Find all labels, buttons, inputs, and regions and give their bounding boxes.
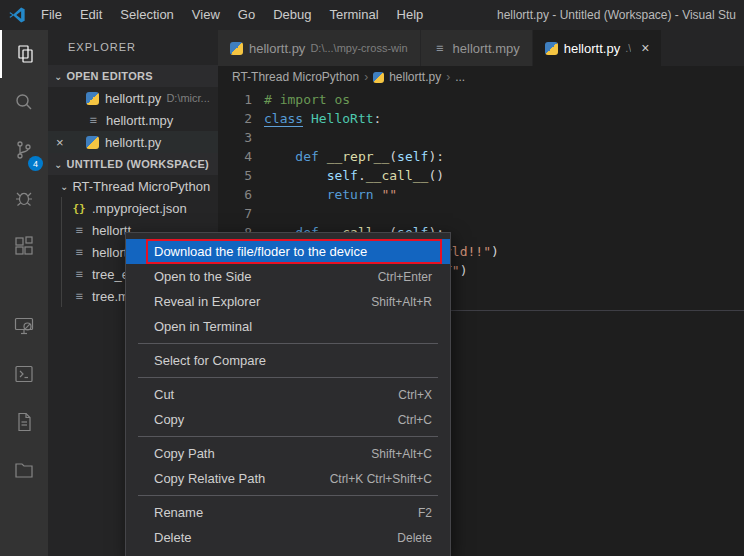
menu-item-label: Download the file/floder to the device: [154, 244, 367, 259]
tab-path: D:\...\mpy-cross-win: [310, 42, 407, 54]
activity-bar-spacer: [0, 270, 48, 302]
menu-file[interactable]: File: [32, 0, 71, 30]
activity-project-folder[interactable]: [0, 446, 48, 494]
line-text: self.__call__(): [264, 166, 444, 185]
activity-explorer[interactable]: [0, 30, 48, 78]
menu-item-open-to-side[interactable]: Open to the Side Ctrl+Enter: [126, 264, 450, 289]
activity-output-file[interactable]: [0, 398, 48, 446]
title-bar: File Edit Selection View Go Debug Termin…: [0, 0, 744, 30]
menu-item-label: Cut: [154, 387, 174, 402]
menu-edit[interactable]: Edit: [71, 0, 111, 30]
open-editor-label: hellortt.py: [105, 135, 161, 150]
menu-item-select-for-compare[interactable]: Select for Compare: [126, 348, 450, 373]
files-icon: [13, 42, 37, 66]
code-line[interactable]: 5 self.__call__(): [218, 166, 744, 185]
tree-item-label: tree_e: [92, 267, 129, 282]
activity-search[interactable]: [0, 78, 48, 126]
menu-selection[interactable]: Selection: [111, 0, 182, 30]
code-line[interactable]: 7: [218, 204, 744, 223]
close-icon[interactable]: ×: [56, 135, 64, 150]
open-editor-hellortt-mpy[interactable]: ≡ hellortt.mpy: [48, 109, 218, 131]
code-line[interactable]: 1# import os: [218, 90, 744, 109]
open-editor-hellortt-py-1[interactable]: hellortt.py D:\micr...: [48, 87, 218, 109]
breadcrumb-symbol[interactable]: ...: [455, 70, 465, 84]
menu-item-delete[interactable]: Delete Delete: [126, 525, 450, 550]
tab-bar: hellortt.py D:\...\mpy-cross-win ≡ hello…: [218, 30, 744, 66]
vscode-logo-icon: [8, 6, 26, 24]
tab-label: hellortt.mpy: [453, 41, 520, 56]
mpy-file-icon: ≡: [86, 113, 100, 127]
python-icon: [86, 92, 99, 105]
open-editor-path: D:\micr...: [166, 92, 209, 104]
tree-item-label: tree.m: [92, 289, 129, 304]
activity-source-control[interactable]: 4: [0, 126, 48, 174]
open-editor-hellortt-py-2[interactable]: × hellortt.py: [48, 131, 218, 153]
activity-serial-terminal[interactable]: [0, 350, 48, 398]
line-number: 6: [218, 185, 252, 204]
terminal-icon: [12, 362, 36, 386]
search-icon: [12, 90, 36, 114]
line-text: def __repr__(self):: [264, 147, 444, 166]
json-icon: {}: [72, 202, 86, 215]
activity-extensions[interactable]: [0, 222, 48, 270]
menu-help[interactable]: Help: [388, 0, 433, 30]
menu-item-label: Copy: [154, 412, 184, 427]
tab-hellortt-py-external[interactable]: hellortt.py D:\...\mpy-cross-win: [218, 30, 421, 66]
menu-item-label: Copy Relative Path: [154, 471, 265, 486]
menu-go[interactable]: Go: [229, 0, 264, 30]
chevron-down-icon: ⌄: [54, 71, 62, 82]
mpy-file-icon: ≡: [72, 267, 86, 281]
menu-item-label: Open to the Side: [154, 269, 252, 284]
tab-label: hellortt.py: [249, 41, 305, 56]
menu-item-shortcut: Ctrl+K Ctrl+Shift+C: [312, 472, 432, 486]
menu-item-label: Delete: [154, 530, 192, 545]
menu-item-copy-path[interactable]: Copy Path Shift+Alt+C: [126, 441, 450, 466]
line-number: 1: [218, 90, 252, 109]
activity-device-monitor[interactable]: [0, 302, 48, 350]
code-line[interactable]: 6 return "": [218, 185, 744, 204]
menu-bar: File Edit Selection View Go Debug Termin…: [32, 0, 432, 30]
activity-debug[interactable]: [0, 174, 48, 222]
line-text: # import os: [264, 90, 350, 109]
tab-hellortt-py-active[interactable]: hellortt.py .\ ×: [533, 30, 663, 66]
menu-debug[interactable]: Debug: [264, 0, 320, 30]
open-editor-label: hellortt.py: [105, 91, 161, 106]
mpy-file-icon: ≡: [72, 245, 86, 259]
workspace-header[interactable]: ⌄ UNTITLED (WORKSPACE): [48, 153, 218, 175]
code-line[interactable]: 2class HelloRtt:: [218, 109, 744, 128]
tree-item-mpyproject-json[interactable]: {} .mpyproject.json: [62, 197, 218, 219]
menu-item-open-in-terminal[interactable]: Open in Terminal: [126, 314, 450, 339]
menu-item-label: Rename: [154, 505, 203, 520]
scm-badge: 4: [28, 156, 43, 171]
menu-item-label: Open in Terminal: [154, 319, 252, 334]
code-line[interactable]: 3: [218, 128, 744, 147]
menu-item-rename[interactable]: Rename F2: [126, 500, 450, 525]
device-monitor-icon: [12, 314, 36, 338]
tree-folder-rt-thread-micropython[interactable]: ⌄ RT-Thread MicroPython: [48, 175, 218, 197]
activity-bar: 4: [0, 30, 48, 556]
close-icon[interactable]: ×: [641, 40, 649, 56]
code-line[interactable]: 4 def __repr__(self):: [218, 147, 744, 166]
document-icon: [12, 410, 36, 434]
menu-item-download-to-device[interactable]: Download the file/floder to the device: [126, 239, 450, 264]
menu-item-copy[interactable]: Copy Ctrl+C: [126, 407, 450, 432]
menu-terminal[interactable]: Terminal: [320, 0, 387, 30]
breadcrumb-folder[interactable]: RT-Thread MicroPython: [232, 70, 359, 84]
folder-label: RT-Thread MicroPython: [72, 179, 210, 194]
menu-item-label: Select for Compare: [154, 353, 266, 368]
python-icon: [230, 42, 243, 55]
menu-item-copy-relative-path[interactable]: Copy Relative Path Ctrl+K Ctrl+Shift+C: [126, 466, 450, 491]
breadcrumb-file[interactable]: hellortt.py: [389, 70, 441, 84]
mpy-file-icon: ≡: [72, 223, 86, 237]
menu-item-shortcut: Ctrl+Enter: [360, 270, 432, 284]
workspace-label: UNTITLED (WORKSPACE): [66, 158, 209, 170]
tree-item-label: .mpyproject.json: [92, 201, 187, 216]
chevron-right-icon: ›: [364, 70, 368, 84]
line-number: 4: [218, 147, 252, 166]
menu-item-reveal-in-explorer[interactable]: Reveal in Explorer Shift+Alt+R: [126, 289, 450, 314]
open-editors-header[interactable]: ⌄ OPEN EDITORS: [48, 65, 218, 87]
menu-item-cut[interactable]: Cut Ctrl+X: [126, 382, 450, 407]
menu-view[interactable]: View: [183, 0, 229, 30]
open-editor-label: hellortt.mpy: [106, 113, 173, 128]
tab-hellortt-mpy[interactable]: ≡ hellortt.mpy: [421, 30, 533, 66]
